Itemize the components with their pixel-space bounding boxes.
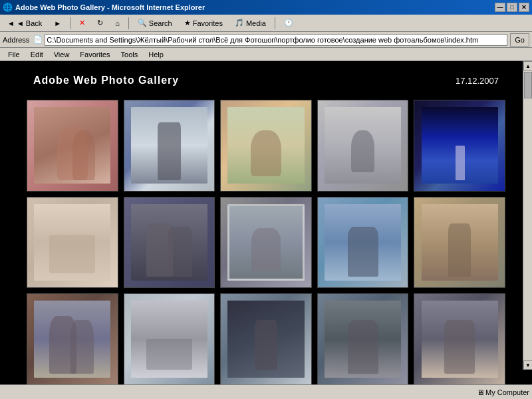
thumbnail-3[interactable] [220, 100, 312, 192]
home-button[interactable]: ⌂ [110, 16, 124, 31]
separator-2 [128, 17, 129, 29]
menu-help[interactable]: Help [143, 49, 169, 60]
menu-edit[interactable]: Edit [25, 49, 49, 60]
thumbnail-10[interactable] [414, 197, 505, 289]
gallery-title: Adobe Web Photo Gallery [33, 74, 179, 86]
scrollbar-down-button[interactable]: ▼ [523, 360, 532, 370]
thumbnail-13[interactable] [220, 293, 312, 384]
search-icon: 🔍 [138, 19, 147, 27]
menu-favorites[interactable]: Favorites [74, 49, 115, 60]
gallery-container: Adobe Web Photo Gallery 17.12.2007 [0, 61, 532, 384]
browser-content: Adobe Web Photo Gallery 17.12.2007 [0, 61, 532, 384]
address-label: Address [3, 36, 29, 44]
thumbnail-8[interactable] [220, 197, 312, 289]
ie-icon: 🌐 [3, 3, 13, 12]
scrollbar-track[interactable] [523, 70, 532, 360]
history-button[interactable]: 🕐 [279, 16, 298, 31]
thumbnail-9[interactable] [317, 197, 409, 289]
title-bar: 🌐 Adobe Web Photo Gallery - Microsoft In… [0, 0, 532, 15]
thumbnail-14[interactable] [317, 293, 409, 384]
refresh-icon: ↻ [97, 19, 103, 27]
address-input[interactable] [45, 34, 507, 46]
home-icon: ⌂ [115, 19, 120, 27]
gallery-header: Adobe Web Photo Gallery 17.12.2007 [27, 74, 505, 86]
menu-bar: File Edit View Favorites Tools Help [0, 48, 532, 61]
thumbnail-1[interactable] [27, 100, 118, 192]
thumbnail-11[interactable] [27, 293, 118, 384]
computer-icon: 🖥 [477, 388, 484, 396]
back-button[interactable]: ◄ ◄ Back [3, 16, 47, 31]
media-icon: 🎵 [235, 19, 244, 27]
gallery-date: 17.12.2007 [456, 76, 499, 86]
thumbnail-5[interactable] [414, 100, 505, 192]
forward-button[interactable]: ► [49, 16, 66, 31]
window-title: Adobe Web Photo Gallery - Microsoft Inte… [15, 3, 495, 11]
close-button[interactable]: ✕ [519, 3, 529, 12]
thumbnail-2[interactable] [124, 100, 215, 192]
thumbnail-12[interactable] [124, 293, 215, 384]
scrollbar-thumb[interactable] [524, 72, 532, 98]
history-icon: 🕐 [284, 19, 293, 27]
status-bar: 🖥 My Computer [0, 384, 532, 399]
gallery-grid [27, 100, 505, 384]
menu-tools[interactable]: Tools [116, 49, 144, 60]
scrollbar-up-button[interactable]: ▲ [523, 61, 532, 70]
back-icon: ◄ [7, 19, 15, 27]
page-icon: 📄 [33, 35, 43, 44]
menu-view[interactable]: View [49, 49, 75, 60]
scrollbar[interactable]: ▲ ▼ [523, 61, 532, 370]
stop-icon: ✕ [79, 19, 85, 27]
minimize-button[interactable]: — [495, 3, 505, 12]
thumbnail-7[interactable] [124, 197, 215, 289]
separator-1 [70, 17, 70, 29]
forward-icon: ► [54, 19, 61, 27]
thumbnail-6[interactable] [27, 197, 118, 289]
favorites-button[interactable]: ★ Favorites [180, 16, 227, 31]
go-button[interactable]: Go [510, 33, 529, 47]
toolbar: ◄ ◄ Back ► ✕ ↻ ⌂ 🔍 Search ★ Favorites 🎵 … [0, 15, 532, 32]
stop-button[interactable]: ✕ [74, 16, 90, 31]
status-right: 🖥 My Computer [477, 388, 529, 396]
separator-3 [275, 17, 275, 29]
media-button[interactable]: 🎵 Media [230, 16, 271, 31]
menu-file[interactable]: File [3, 49, 25, 60]
star-icon: ★ [184, 19, 191, 27]
search-button[interactable]: 🔍 Search [133, 16, 177, 31]
window-controls: — □ ✕ [495, 3, 529, 12]
thumbnail-4[interactable] [317, 100, 409, 192]
thumbnail-15[interactable] [414, 293, 505, 384]
refresh-button[interactable]: ↻ [92, 16, 108, 31]
maximize-button[interactable]: □ [507, 3, 517, 12]
zone-label: My Computer [485, 388, 529, 396]
address-bar: Address 📄 Go [0, 32, 532, 48]
